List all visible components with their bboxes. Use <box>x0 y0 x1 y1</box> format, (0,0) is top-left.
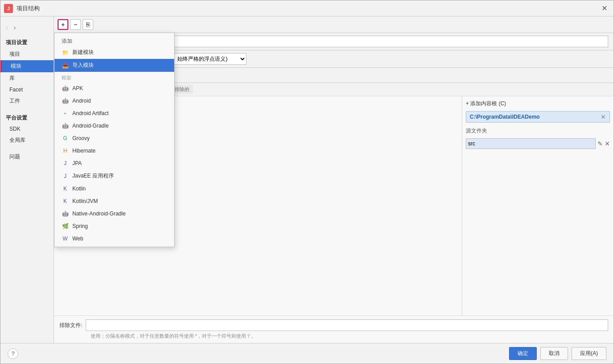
help-button[interactable]: ? <box>8 348 18 359</box>
sidebar-item-global-lib[interactable]: 全局库 <box>0 134 54 146</box>
sidebar-item-sdk[interactable]: SDK <box>0 124 54 134</box>
framework-android[interactable]: 🤖 Android <box>54 95 174 107</box>
delete-src-button[interactable]: ✕ <box>605 140 610 147</box>
new-module-item[interactable]: 📁 新建模块 <box>54 46 174 59</box>
groovy-icon: G <box>62 135 69 142</box>
add-content-root-header: + 添加内容根 (C) <box>466 100 610 108</box>
import-module-item[interactable]: 📥 导入模块 <box>54 59 174 72</box>
apply-button[interactable]: 应用(A) <box>572 347 606 360</box>
framework-native-android-gradle[interactable]: 🤖 Native-Android-Gradle <box>54 207 174 220</box>
web-icon: W <box>62 235 69 242</box>
back-button[interactable]: ‹ <box>4 23 10 33</box>
framework-hibernate[interactable]: H Hibernate <box>54 145 174 157</box>
import-module-icon: 📥 <box>62 62 69 69</box>
edit-src-button[interactable]: ✎ <box>597 140 603 147</box>
sidebar-item-artifact[interactable]: 工件 <box>0 95 54 107</box>
framework-groovy[interactable]: G Groovy <box>54 132 174 145</box>
add-content-root-button[interactable]: + 添加内容根 (C) <box>466 100 506 108</box>
remove-button[interactable]: − <box>70 19 81 30</box>
framework-web[interactable]: W Web <box>54 232 174 245</box>
framework-kotlin-jvm[interactable]: K Kotlin/JVM <box>54 195 174 207</box>
main-area: + − ⎘ 添加 📁 新建模块 📥 导入模块 <box>54 17 614 343</box>
exclude-label: 排除文件: <box>59 322 82 329</box>
project-structure-dialog: J 项目结构 ✕ ‹ › 项目设置 项目 模块 库 Facet <box>0 0 614 364</box>
sidebar-item-project[interactable]: 项目 <box>0 48 54 60</box>
bottom-bar: ? 确定 取消 应用(A) <box>0 343 614 364</box>
app-icon: J <box>4 4 13 13</box>
kotlin-icon: K <box>62 185 69 192</box>
sidebar-item-module[interactable]: 模块 <box>0 60 54 72</box>
title-bar: J 项目结构 ✕ <box>0 0 614 17</box>
android-gradle-icon: 🤖 <box>62 122 69 129</box>
src-input[interactable] <box>466 138 596 149</box>
jpa-icon: J <box>62 160 69 167</box>
dialog-title: 项目结构 <box>17 4 599 12</box>
content-root-close-button[interactable]: ✕ <box>601 113 606 120</box>
exclude-section: 排除文件: 使用；分隔名称模式，对于任意数量的符号使用 *，对于一个符号则使用？… <box>54 315 614 343</box>
source-folder-row: ✎ ✕ <box>466 138 610 149</box>
android-artifact-icon: ▫ <box>62 110 69 117</box>
close-button[interactable]: ✕ <box>599 3 610 13</box>
content-root-box: C:\ProgramData\IDEADemo ✕ <box>466 111 610 123</box>
cancel-button[interactable]: 取消 <box>540 347 568 360</box>
android-icon: 🤖 <box>62 97 69 104</box>
hibernate-icon: H <box>62 147 69 154</box>
add-button[interactable]: + <box>58 19 68 30</box>
add-dropdown-menu: 添加 📁 新建模块 📥 导入模块 框架 🤖 APK <box>54 33 175 247</box>
framework-javaee[interactable]: J JavaEE 应用程序 <box>54 170 174 182</box>
dropdown-title: 添加 <box>54 35 174 46</box>
apk-icon: 🤖 <box>62 85 69 92</box>
exclude-input[interactable] <box>86 319 608 331</box>
new-module-icon: 📁 <box>62 49 69 56</box>
exclude-hint: 使用；分隔名称模式，对于任意数量的符号使用 *，对于一个符号则使用？。 <box>59 331 608 339</box>
framework-jpa[interactable]: J JPA <box>54 157 174 170</box>
sidebar-item-problems[interactable]: 问题 <box>0 151 54 163</box>
framework-android-gradle[interactable]: 🤖 Android-Gradle <box>54 120 174 132</box>
copy-button[interactable]: ⎘ <box>83 19 93 30</box>
framework-apk[interactable]: 🤖 APK <box>54 82 174 95</box>
project-settings-title: 项目设置 <box>0 36 54 48</box>
kotlin-jvm-icon: K <box>62 198 69 205</box>
source-folder-label: 源文件夹 <box>466 126 610 135</box>
framework-kotlin[interactable]: K Kotlin <box>54 182 174 195</box>
right-panel: + 添加内容根 (C) C:\ProgramData\IDEADemo ✕ 源文… <box>462 96 614 315</box>
javaee-icon: J <box>62 173 69 180</box>
forward-button[interactable]: › <box>12 23 17 33</box>
framework-android-artifact[interactable]: ▫ Android Artifact <box>54 107 174 120</box>
framework-label: 框架 <box>54 72 174 82</box>
sidebar: ‹ › 项目设置 项目 模块 库 Facet 工件 平台设置 SDK <box>0 17 54 343</box>
ok-button[interactable]: 确定 <box>509 347 537 360</box>
content-root-path: C:\ProgramData\IDEADemo <box>470 114 540 120</box>
content-area: ‹ › 项目设置 项目 模块 库 Facet 工件 平台设置 SDK <box>0 17 614 343</box>
native-android-gradle-icon: 🤖 <box>62 210 69 217</box>
sidebar-item-facet[interactable]: Facet <box>0 84 54 95</box>
toolbar-row: + − ⎘ 添加 📁 新建模块 📥 导入模块 <box>54 17 614 33</box>
spring-icon: 🌿 <box>62 223 69 230</box>
framework-spring[interactable]: 🌿 Spring <box>54 220 174 232</box>
platform-settings-title: 平台设置 <box>0 112 54 124</box>
exclude-row: 排除文件: <box>59 319 608 331</box>
sidebar-item-library[interactable]: 库 <box>0 72 54 84</box>
